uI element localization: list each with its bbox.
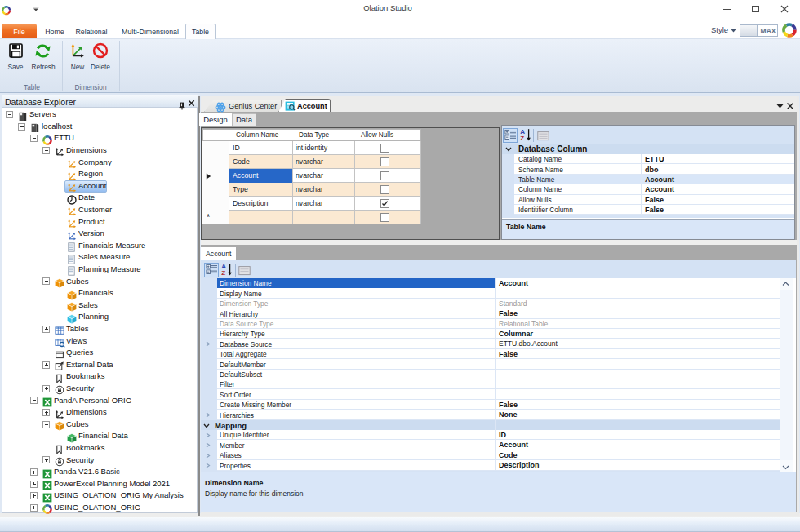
svg-text:Z: Z [520,135,524,141]
svg-text:Z: Z [221,269,225,276]
